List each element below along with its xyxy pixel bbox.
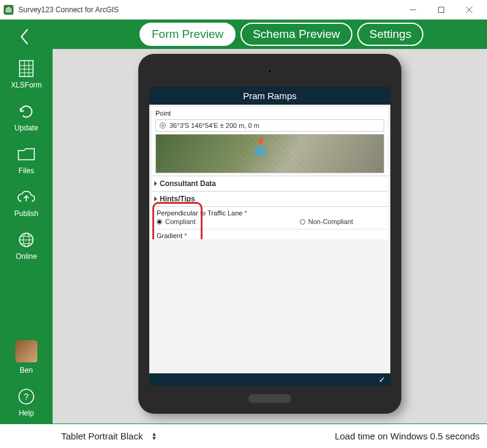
tab-bar: Form Preview Schema Preview Settings: [0, 20, 487, 49]
sidebar-item-online[interactable]: Online: [15, 230, 38, 261]
option-compliant[interactable]: Compliant: [157, 218, 270, 225]
window-close-button[interactable]: [455, 1, 483, 19]
submit-check-icon[interactable]: ✓: [379, 375, 385, 384]
question-perpendicular: Perpendicular to Traffic Lane * Complian…: [152, 207, 388, 230]
load-time-text: Load time on Windows 0.5 seconds: [335, 431, 480, 441]
stepper-icon: ▲▼: [151, 432, 157, 441]
sidebar-label: XLSForm: [11, 81, 42, 89]
group-label: Consultant Data: [160, 179, 216, 188]
required-asterisk: *: [184, 232, 187, 239]
sidebar-label: Update: [15, 124, 39, 132]
preview-canvas: Pram Ramps Point 36°3'S 146°54'E ± 200 m…: [53, 49, 487, 424]
sidebar-item-xlsform[interactable]: XLSForm: [11, 59, 42, 89]
radio-icon: [300, 219, 305, 225]
sidebar-item-user[interactable]: Ben: [15, 340, 37, 375]
sidebar: XLSForm Update Files Publish Online: [0, 49, 53, 424]
sidebar-item-update[interactable]: Update: [15, 102, 39, 132]
map-preview[interactable]: [155, 134, 384, 173]
sidebar-label: Files: [18, 166, 34, 175]
window-minimize-button[interactable]: [399, 1, 427, 19]
user-avatar: [15, 340, 37, 362]
svg-text:?: ?: [24, 392, 29, 401]
point-label: Point: [155, 110, 384, 117]
sidebar-item-publish[interactable]: Publish: [14, 187, 38, 218]
status-bar: Tablet Portrait Black ▲▼ Load time on Wi…: [0, 424, 487, 448]
field-label: Gradient: [157, 232, 182, 239]
field-label: Perpendicular to Traffic Lane: [157, 209, 242, 217]
tab-schema-preview[interactable]: Schema Preview: [240, 23, 352, 46]
survey-title: Pram Ramps: [149, 87, 390, 105]
question-gradient: Gradient * Compliant Flat Steep: [152, 230, 388, 239]
window-titlebar: Survey123 Connect for ArcGIS: [0, 0, 487, 20]
group-hints-tips[interactable]: Hints/Tips: [152, 192, 388, 207]
sidebar-label: Ben: [20, 366, 32, 375]
refresh-icon: [15, 102, 38, 121]
crosshair-icon: [160, 122, 166, 129]
globe-icon: [15, 230, 38, 250]
chevron-right-icon: [154, 196, 157, 201]
survey-footer: ✓: [149, 373, 390, 386]
app-logo-icon: [4, 5, 13, 15]
sidebar-label: Help: [19, 409, 34, 417]
map-pin-icon: [258, 138, 263, 143]
group-label: Hints/Tips: [160, 195, 195, 203]
chevron-right-icon: [154, 181, 157, 186]
group-consultant-data[interactable]: Consultant Data: [152, 176, 388, 192]
cloud-upload-icon: [15, 187, 38, 207]
tab-settings[interactable]: Settings: [357, 23, 424, 46]
tablet-camera-icon: [267, 69, 272, 73]
help-icon: ?: [15, 387, 38, 406]
window-title: Survey123 Connect for ArcGIS: [18, 6, 399, 14]
option-non-compliant[interactable]: Non-Compliant: [270, 218, 383, 225]
radio-selected-icon: [157, 219, 162, 225]
back-button[interactable]: [12, 24, 37, 49]
required-asterisk: *: [245, 209, 247, 217]
device-preset-label: Tablet Portrait Black: [61, 431, 143, 441]
window-maximize-button[interactable]: [427, 1, 455, 19]
tablet-screen: Pram Ramps Point 36°3'S 146°54'E ± 200 m…: [149, 87, 390, 386]
geopoint-field[interactable]: 36°3'S 146°54'E ± 200 m, 0 m: [155, 119, 384, 132]
tablet-home-button[interactable]: [248, 394, 291, 403]
sidebar-label: Online: [16, 252, 37, 261]
svg-rect-1: [439, 7, 444, 12]
svg-rect-4: [20, 61, 33, 77]
tab-form-preview[interactable]: Form Preview: [139, 23, 236, 46]
accuracy-halo-icon: [250, 146, 272, 157]
folder-icon: [15, 144, 38, 164]
tablet-frame: Pram Ramps Point 36°3'S 146°54'E ± 200 m…: [138, 54, 401, 414]
sidebar-item-help[interactable]: ? Help: [15, 387, 38, 417]
device-preset-selector[interactable]: Tablet Portrait Black ▲▼: [61, 431, 157, 441]
coordinates-text: 36°3'S 146°54'E ± 200 m, 0 m: [169, 122, 259, 129]
sidebar-label: Publish: [14, 209, 38, 218]
sidebar-item-files[interactable]: Files: [15, 144, 38, 175]
spreadsheet-icon: [15, 59, 38, 78]
